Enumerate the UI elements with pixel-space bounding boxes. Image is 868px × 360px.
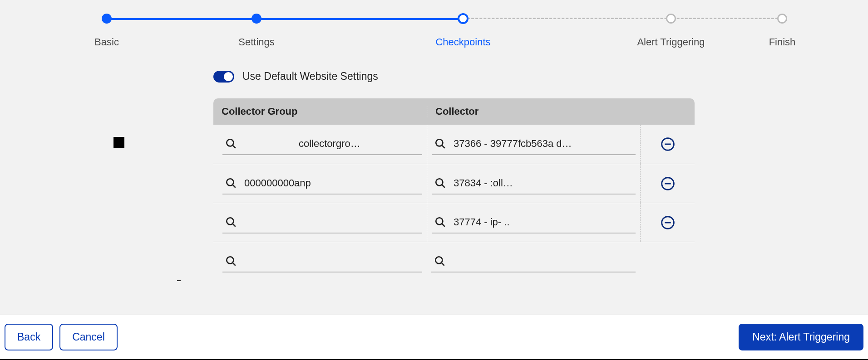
step-label-checkpoints: Checkpoints [435,36,490,48]
table-row: 000000000anp 37834 - :oll… [213,164,695,203]
cell-collector [427,242,640,281]
cell-action [640,242,695,281]
cell-group [213,242,427,281]
svg-point-18 [227,257,233,263]
stepper-line-pending [463,18,782,19]
remove-row-button[interactable] [661,215,675,230]
cell-group: collectorgro… [213,125,427,164]
svg-line-13 [232,224,236,227]
content: Use Default Website Settings Collector G… [213,70,695,281]
collector-input[interactable]: 37366 - 39777fcb563a d… [432,133,636,155]
marker-square [113,137,124,148]
stepper-track [0,14,868,23]
group-input[interactable]: collectorgro… [222,133,422,155]
step-label-alert-triggering: Alert Triggering [637,36,705,48]
step-label-settings: Settings [238,36,275,48]
svg-line-19 [232,263,236,266]
search-icon [225,255,237,267]
collector-value: 37834 - :oll… [454,177,633,189]
collector-input[interactable]: 37834 - :oll… [432,173,636,195]
search-icon [225,216,237,228]
group-value: 000000000anp [244,177,419,189]
svg-point-6 [227,179,233,185]
step-circle-checkpoints[interactable] [458,13,469,24]
svg-point-20 [435,257,442,263]
group-input[interactable]: 000000000anp [222,173,422,195]
cell-collector: 37834 - :oll… [427,164,640,203]
search-icon [434,255,446,267]
step-circle-finish [777,14,787,24]
svg-point-2 [436,139,443,146]
step-label-finish: Finish [769,36,796,48]
remove-row-button[interactable] [661,137,675,151]
cancel-button[interactable]: Cancel [59,324,118,350]
header-collector: Collector [427,106,640,117]
default-settings-toggle[interactable] [213,71,234,83]
svg-line-7 [232,185,236,188]
table-row [213,242,695,281]
table-row: collectorgro… 37366 - 39777fcb563a d… [213,125,695,164]
svg-point-8 [436,179,443,185]
group-input[interactable] [222,212,422,234]
search-icon [225,138,237,150]
group-input[interactable] [222,251,422,272]
collector-value: 37366 - 39777fcb563a d… [454,138,633,150]
footer: Back Cancel Next: Alert Triggering [0,315,868,360]
svg-point-12 [227,218,233,224]
collector-input[interactable] [431,251,636,272]
stepper-labels: Basic Settings Checkpoints Alert Trigger… [0,36,868,50]
svg-line-1 [232,145,236,148]
svg-point-0 [227,139,233,146]
cell-collector: 37774 - ip- .. [427,203,640,242]
svg-line-9 [442,185,445,188]
cell-action [640,164,695,203]
table-row: 37774 - ip- .. [213,203,695,242]
remove-row-button[interactable] [661,176,675,191]
svg-line-21 [441,263,444,266]
collector-input[interactable]: 37774 - ip- .. [432,212,636,234]
stepper: Basic Settings Checkpoints Alert Trigger… [0,0,868,54]
next-button[interactable]: Next: Alert Triggering [739,324,863,350]
search-icon [225,177,237,189]
search-icon [434,216,446,228]
cell-action [640,203,695,242]
collectors-table: Collector Group Collector collectorgro… [213,98,695,281]
stepper-line-done [107,18,463,20]
search-icon [434,138,446,150]
toggle-knob [224,72,233,81]
toggle-row: Use Default Website Settings [213,70,695,83]
cell-group [213,203,427,242]
group-value: collectorgro… [244,138,419,150]
toggle-label: Use Default Website Settings [242,70,378,83]
search-icon [434,177,446,189]
table-header: Collector Group Collector [213,98,695,125]
cell-collector: 37366 - 39777fcb563a d… [427,125,640,164]
step-circle-settings[interactable] [252,14,261,24]
svg-line-15 [442,224,445,227]
cell-group: 000000000anp [213,164,427,203]
step-circle-alert-triggering [666,14,676,24]
marker-dash [177,280,181,281]
svg-line-3 [442,145,445,148]
step-circle-basic[interactable] [102,14,112,24]
svg-point-14 [436,218,443,224]
header-collector-group: Collector Group [213,106,427,117]
back-button[interactable]: Back [5,324,53,350]
cell-action [640,125,695,164]
step-label-basic: Basic [94,36,119,48]
collector-value: 37774 - ip- .. [454,216,633,228]
